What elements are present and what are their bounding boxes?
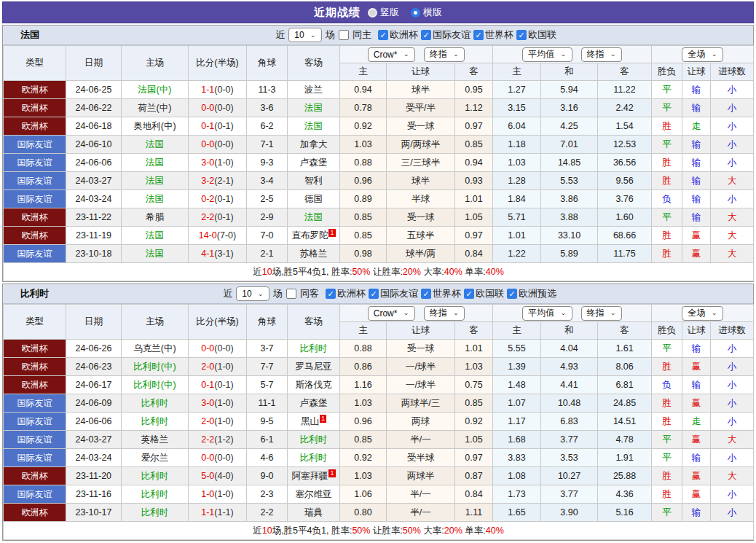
same-venue-checkbox[interactable] — [286, 289, 296, 299]
away-team-cell: 卢森堡 — [288, 394, 340, 413]
avg-draw-cell: 3.86 — [541, 190, 598, 208]
handicap-cell: 半/一 — [387, 504, 455, 522]
away-team-cell: 加拿大 — [288, 136, 340, 154]
recent-count-select[interactable]: 10⌄ — [236, 286, 269, 301]
league-filter-item[interactable]: ✓国际友谊 — [369, 287, 418, 300]
league-filter-item[interactable]: ✓欧国联 — [516, 28, 556, 42]
handicap-result-cell: 输 — [682, 81, 711, 99]
match-row: 欧洲杯24-06-25法国(中)1-1(0-0)11-3波兰0.94球半0.95… — [4, 81, 754, 99]
home-odds-cell: 1.03 — [340, 136, 387, 154]
average-select[interactable]: 平均值⌄ — [522, 306, 572, 321]
away-odds-cell: 1.05 — [455, 431, 493, 449]
title-bar: 近期战绩 竖版 横版 — [2, 1, 754, 23]
scope-select[interactable]: 全场⌄ — [682, 306, 722, 321]
checkbox-checked-icon[interactable]: ✓ — [421, 289, 431, 299]
col-date: 日期 — [66, 46, 122, 81]
chevron-down-icon: ⌄ — [310, 32, 316, 39]
match-row: 欧洲杯23-11-22希腊2-2(0-1)2-9法国0.85受一球1.055.7… — [4, 208, 754, 227]
league-filter-item[interactable]: ✓欧洲杯 — [378, 28, 418, 42]
match-row: 欧洲杯23-11-19法国14-0(7-0)7-0直布罗陀10.85五球半0.9… — [4, 227, 754, 245]
bookmaker-select[interactable]: Crow*⌄ — [368, 47, 415, 62]
competition-cell: 国际友谊 — [4, 190, 66, 208]
checkbox-checked-icon[interactable]: ✓ — [507, 289, 517, 299]
competition-cell: 国际友谊 — [4, 413, 66, 431]
col-avg-away: 客 — [598, 63, 652, 81]
competition-cell: 国际友谊 — [4, 485, 66, 504]
result-cell: 胜 — [652, 154, 682, 172]
league-label: 欧国联 — [528, 28, 556, 42]
radio-unselected-icon[interactable] — [411, 8, 420, 17]
result-cell: 胜 — [652, 245, 682, 263]
average-stage-select[interactable]: 终指⌄ — [581, 306, 622, 321]
checkbox-checked-icon[interactable]: ✓ — [421, 30, 431, 40]
league-label: 世界杯 — [485, 28, 513, 42]
league-filter-item[interactable]: ✓欧洲杯 — [326, 287, 366, 300]
bookmaker-select[interactable]: Crow*⌄ — [368, 306, 415, 321]
result-cell: 胜 — [652, 227, 682, 245]
avg-draw-cell: 3.88 — [541, 208, 598, 227]
radio-vertical-layout[interactable]: 竖版 — [368, 6, 399, 19]
league-filter-item[interactable]: ✓世界杯 — [473, 28, 513, 42]
result-cell: 平 — [652, 208, 682, 227]
average-select[interactable]: 平均值⌄ — [522, 47, 572, 62]
odds-group-header: Crow*⌄ 终指⌄ — [340, 46, 493, 63]
score-cell: 4-1(3-1) — [189, 245, 247, 263]
checkbox-checked-icon[interactable]: ✓ — [326, 289, 336, 299]
home-odds-cell: 0.94 — [340, 81, 387, 99]
handicap-result-cell: 赢 — [682, 485, 711, 504]
scope-select[interactable]: 全场⌄ — [682, 47, 722, 62]
away-odds-cell: 0.97 — [455, 227, 493, 245]
recent-count-select[interactable]: 10⌄ — [288, 28, 322, 42]
handicap-result-cell: 输 — [682, 340, 711, 358]
summary-stat-label: 单率: — [462, 526, 486, 536]
handicap-cell: 两球半 — [387, 467, 455, 485]
handicap-result-cell: 输 — [682, 172, 711, 190]
odds-group-header: Crow*⌄ 终指⌄ — [340, 305, 493, 322]
goals-result-cell: 大 — [711, 172, 754, 190]
checkbox-checked-icon[interactable]: ✓ — [369, 289, 379, 299]
radio-selected-icon[interactable] — [368, 8, 377, 17]
league-filter-item[interactable]: ✓国际友谊 — [421, 28, 470, 42]
avg-home-cell: 1.39 — [493, 358, 541, 376]
radio-horizontal-layout[interactable]: 横版 — [411, 6, 442, 19]
checkbox-checked-icon[interactable]: ✓ — [473, 30, 484, 40]
odds-stage-select[interactable]: 终指⌄ — [424, 306, 465, 321]
avg-home-cell: 1.18 — [493, 136, 541, 154]
odds-stage-select[interactable]: 终指⌄ — [424, 47, 465, 62]
chevron-down-icon: ⌄ — [610, 51, 616, 58]
handicap-cell: 受一球 — [387, 117, 455, 136]
score-cell: 2-2(1-2) — [189, 431, 247, 449]
result-cell: 胜 — [652, 358, 682, 376]
home-odds-cell: 0.80 — [340, 504, 387, 522]
same-venue-checkbox[interactable] — [339, 30, 349, 40]
avg-draw-cell: 4.93 — [541, 358, 598, 376]
score-cell: 1-1(1-1) — [189, 504, 247, 522]
league-filter-item[interactable]: ✓世界杯 — [421, 287, 461, 300]
goals-result-cell: 大 — [711, 208, 754, 227]
chevron-down-icon: ⌄ — [610, 310, 616, 316]
date-cell: 24-06-17 — [66, 376, 122, 394]
summary-stat-value: 10 — [262, 526, 272, 536]
match-row: 国际友谊24-06-06比利时2-0(1-0)9-5黑山10.96两球0.921… — [4, 413, 754, 431]
league-filter-item[interactable]: ✓欧洲预选 — [507, 287, 556, 300]
match-row: 欧洲杯23-11-20比利时5-0(4-0)9-0阿塞拜疆11.03两球半0.8… — [4, 467, 754, 485]
checkbox-checked-icon[interactable]: ✓ — [516, 30, 527, 40]
goals-result-cell: 小 — [711, 136, 754, 154]
league-filter-item[interactable]: ✓欧国联 — [464, 287, 504, 300]
checkbox-checked-icon[interactable]: ✓ — [378, 30, 388, 40]
score-cell: 2-0(1-0) — [189, 413, 247, 431]
match-row: 欧洲杯24-06-22荷兰(中)0-0(0-0)3-6法国0.78受平/半1.1… — [4, 99, 754, 117]
avg-away-cell: 9.56 — [598, 172, 652, 190]
corner-cell: 11-1 — [247, 394, 288, 413]
avg-home-cell: 1.65 — [493, 504, 541, 522]
col-corner: 角球 — [247, 46, 288, 81]
competition-cell: 国际友谊 — [4, 136, 66, 154]
avg-draw-cell: 3.16 — [541, 99, 598, 117]
checkbox-checked-icon[interactable]: ✓ — [464, 289, 474, 299]
avg-draw-cell: 10.27 — [541, 467, 598, 485]
goals-result-cell: 小 — [711, 394, 754, 413]
average-stage-select[interactable]: 终指⌄ — [581, 47, 622, 62]
avg-draw-cell: 3.90 — [541, 504, 598, 522]
home-team-cell: 爱尔兰 — [122, 449, 189, 467]
col-result: 胜负 — [652, 63, 682, 81]
